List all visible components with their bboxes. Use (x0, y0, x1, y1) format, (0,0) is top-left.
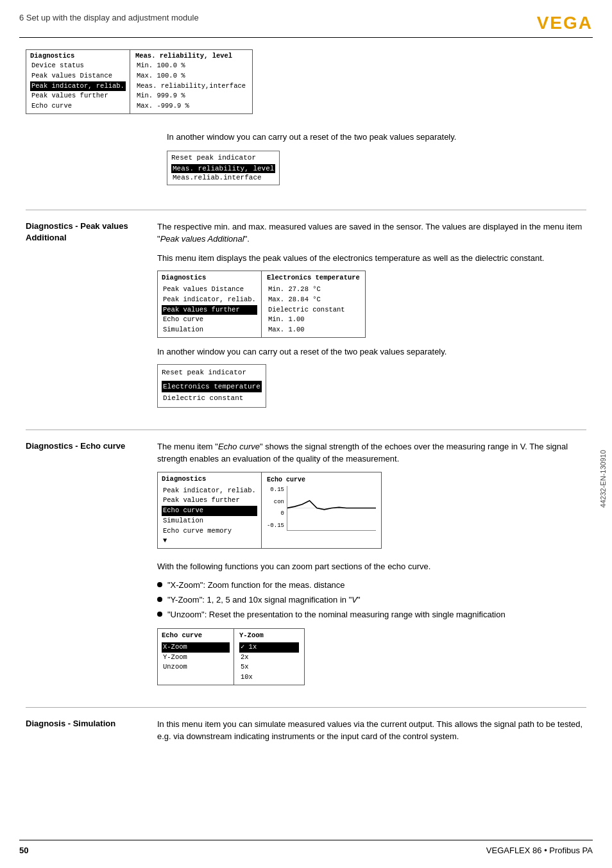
section-heading-echo: Diagnostics - Echo curve (26, 440, 144, 694)
echo-svg (287, 486, 376, 530)
echo-menu-echo-curve: Echo curve (162, 506, 257, 516)
section-content-peak: The respective min. and max. measured va… (157, 221, 586, 417)
bullet-dot-2 (157, 597, 162, 602)
reset-section-1: Reset peak indicator Meas. reliability, … (167, 151, 586, 194)
echo-zoom-right-title: Y-Zoom (239, 631, 299, 641)
y-axis: 0.15 con 0 -0.15 (267, 486, 284, 531)
panel-title-echo-menu: Diagnostics (162, 474, 257, 485)
menu-item-peak-indicator: Peak indicator, reliab. (30, 81, 126, 92)
section-peak-additional: Diagnostics - Peak values Additional The… (26, 221, 586, 417)
section-simulation: Diagnosis - Simulation In this menu item… (26, 718, 586, 743)
bullet-dot-3 (157, 612, 162, 617)
zoom-10x: 10x (239, 672, 299, 683)
y-bottom: -0.15 (267, 522, 284, 531)
panel-title-meas-1: Meas. reliability, level (135, 52, 247, 60)
menu-item2-peak-distance: Peak values Distance (162, 285, 257, 295)
panel-left-2: Diagnostics Peak values Distance Peak in… (157, 271, 262, 338)
bullet-text-3: "Unzoom": Reset the presentation to the … (167, 609, 506, 621)
panel-title-elec-temp: Electronics temperature (267, 273, 360, 283)
menu-item-device-status: Device status (30, 61, 126, 71)
menu-item2-peak-further: Peak values further (162, 305, 257, 315)
dielectric-max: Max. 1.00 (267, 325, 360, 335)
peak-para-1: The respective min. and max. measured va… (157, 221, 586, 246)
zoom-item-unzoom: Unzoom (162, 662, 230, 672)
heading-echo-label: Diagnostics - Echo curve (26, 441, 125, 451)
echo-menu-arrow: ▼ (162, 536, 257, 546)
echo-zoom-left-title: Echo curve (162, 631, 230, 641)
bullet-text-2: "Y-Zoom": 1, 2, 5 and 10x signal magnifi… (167, 594, 361, 606)
echo-chart-title: Echo curve (267, 475, 376, 485)
panel-left-echo: Diagnostics Peak indicator, reliab. Peak… (157, 472, 262, 549)
intro-section-1: Diagnostics Device status Peak values Di… (26, 49, 586, 123)
divider-2 (26, 430, 586, 430)
echo-zoom-left: Echo curve X-Zoom Y-Zoom Unzoom (157, 628, 234, 685)
echo-italic-1: Echo curve (218, 442, 260, 451)
heading-simulation-label: Diagnosis - Simulation (26, 719, 115, 728)
menu-item-peak-further: Peak values further (30, 91, 126, 101)
bullet-text-1: "X-Zoom": Zoom function for the meas. di… (167, 580, 345, 591)
menu-item2-peak-indicator: Peak indicator, reliab. (162, 295, 257, 305)
panel-title-diagnostics-1: Diagnostics (30, 52, 126, 60)
content-area: Diagnostics Device status Peak values Di… (19, 49, 593, 743)
page-header: 6 Set up with the display and adjustment… (19, 13, 593, 38)
reset-box-2: Reset peak indicator Electronics tempera… (157, 364, 266, 408)
y-zero: 0 (281, 510, 284, 519)
reset-item-level: Meas. reliability, level (171, 164, 275, 173)
peak-para-3: In another window you can carry out a re… (157, 346, 586, 358)
elec-max: Max. 28.84 °C (267, 295, 360, 305)
meas-reliab-interface-label: Meas. reliability,interface (135, 81, 247, 92)
menu-item2-echo-curve: Echo curve (162, 315, 257, 325)
section-heading-peak: Diagnostics - Peak values Additional (26, 221, 144, 417)
panel-right-1: Meas. reliability, level Min. 100.0 % Ma… (130, 49, 253, 114)
reset-title-1: Reset peak indicator (171, 154, 275, 162)
zoom-item-yzoom: Y-Zoom (162, 653, 230, 663)
meas-min-1: Min. 100.0 % (135, 61, 247, 71)
panel-left-1: Diagnostics Device status Peak values Di… (26, 49, 130, 114)
reset-section-2: Reset peak indicator Electronics tempera… (157, 364, 586, 417)
echo-zoom-panels: Echo curve X-Zoom Y-Zoom Unzoom Y-Zoom ✓… (157, 628, 586, 685)
dielectric-min: Min. 1.00 (267, 315, 360, 325)
product-name: VEGAFLEX 86 • Profibus PA (486, 846, 593, 855)
echo-menu-simulation: Simulation (162, 516, 257, 526)
page-number: 50 (19, 846, 28, 855)
sidebar-rotated: 44232-EN-130910 (599, 128, 607, 830)
intro-text-1: In another window you can carry out a re… (167, 132, 586, 142)
echo-chart-body: 0.15 con 0 -0.15 (267, 486, 376, 531)
echo-menu-peak-indicator: Peak indicator, reliab. (162, 486, 257, 496)
panel-title-diagnostics-2: Diagnostics (162, 273, 257, 283)
dielectric-label: Dielectric constant (267, 305, 360, 315)
divider-1 (26, 210, 586, 210)
echo-zoom-right: Y-Zoom ✓ 1x 2x 5x 10x (234, 628, 305, 685)
menu-item2-simulation: Simulation (162, 325, 257, 335)
diagnostics-menu-1: Diagnostics Device status Peak values Di… (26, 49, 253, 123)
intro-para-1: In another window you can carry out a re… (167, 132, 586, 142)
section-content-echo: The menu item "Echo curve" shows the sig… (157, 440, 586, 694)
sidebar-label: 44232-EN-130910 (599, 450, 607, 508)
divider-3 (26, 707, 586, 708)
heading-peak-label: Diagnostics - Peak values Additional (26, 221, 128, 242)
page-footer: 50 VEGAFLEX 86 • Profibus PA (19, 840, 593, 855)
zoom-5x: 5x (239, 662, 299, 672)
peak-para-2: This menu item displays the peak values … (157, 252, 586, 265)
reset-title-2: Reset peak indicator (162, 367, 262, 378)
reset-item-interface: Meas.reliab.interface (171, 173, 275, 182)
menu-item-echo-curve-1: Echo curve (30, 101, 126, 112)
y-mid: con (274, 498, 284, 507)
bullet-item-unzoom: "Unzoom": Reset the presentation to the … (157, 609, 586, 621)
echo-para-1: The menu item "Echo curve" shows the sig… (157, 440, 586, 465)
y-top: 0.15 (270, 486, 284, 495)
bullet-list: "X-Zoom": Zoom function for the meas. di… (157, 580, 586, 621)
vega-logo: VEGA (537, 13, 593, 33)
echo-chart: Echo curve 0.15 con 0 -0.15 (262, 472, 382, 549)
echo-menu-row: Diagnostics Peak indicator, reliab. Peak… (157, 472, 586, 549)
meas-max-1: Max. 100.0 % (135, 71, 247, 81)
section-content-simulation: In this menu item you can simulate measu… (157, 718, 586, 743)
zoom-1x: ✓ 1x (239, 642, 299, 653)
section-heading-simulation: Diagnosis - Simulation (26, 718, 144, 743)
chart-area: 0.0 m 1.4 (287, 486, 376, 531)
header-text: 6 Set up with the display and adjustment… (19, 13, 199, 22)
echo-zoom-intro: With the following functions you can zoo… (157, 560, 586, 573)
zoom-2x: 2x (239, 653, 299, 663)
diagnostics-menu-2: Diagnostics Peak values Distance Peak in… (157, 271, 586, 338)
panel-right-2: Electronics temperature Min. 27.28 °C Ma… (262, 271, 366, 338)
